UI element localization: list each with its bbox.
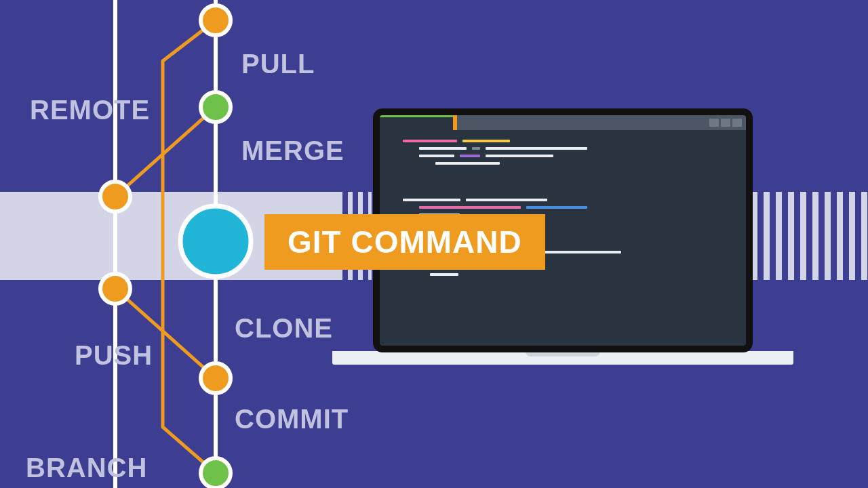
commit-node-icon bbox=[201, 363, 231, 393]
minimize-icon bbox=[709, 119, 719, 127]
commit-node-icon bbox=[100, 182, 130, 211]
commit-node-icon bbox=[100, 274, 130, 304]
label-branch: BRANCH bbox=[26, 453, 147, 483]
window-controls bbox=[709, 119, 746, 127]
label-pull: PULL bbox=[241, 49, 315, 79]
commit-node-icon bbox=[201, 5, 231, 35]
label-commit: COMMIT bbox=[235, 404, 349, 434]
editor-tab bbox=[380, 115, 453, 130]
commit-node-icon bbox=[201, 92, 231, 122]
label-remote: REMOTE bbox=[30, 95, 150, 125]
title-banner: GIT COMMAND bbox=[264, 214, 545, 270]
commit-node-center-icon bbox=[180, 206, 251, 277]
commit-node-icon bbox=[201, 458, 231, 488]
editor-titlebar bbox=[380, 115, 746, 130]
close-icon bbox=[732, 119, 742, 127]
label-merge: MERGE bbox=[241, 136, 344, 166]
title-text: GIT COMMAND bbox=[288, 224, 522, 260]
editor-tab-accent-icon bbox=[453, 115, 457, 130]
label-push: PUSH bbox=[75, 340, 153, 371]
laptop-base bbox=[332, 351, 793, 365]
label-clone: CLONE bbox=[235, 313, 333, 344]
maximize-icon bbox=[721, 119, 730, 127]
